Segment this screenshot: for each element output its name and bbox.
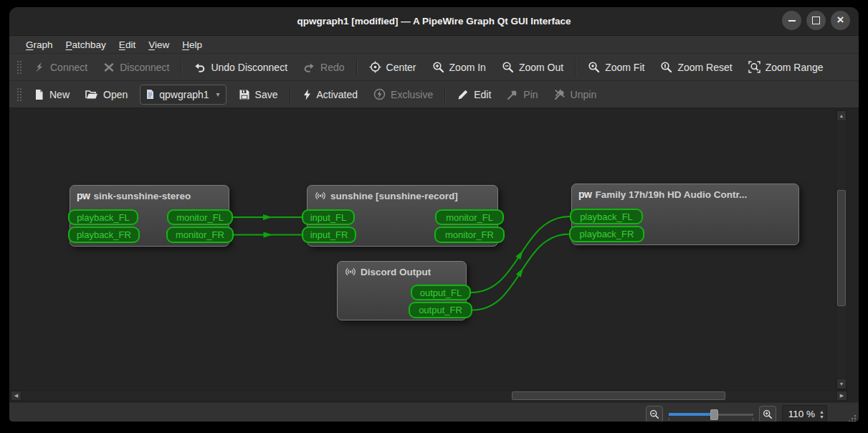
toolbar-grip[interactable] [16,60,22,75]
broadcast-icon [344,266,357,277]
menu-edit[interactable]: Edit [113,38,142,52]
port-sunshine-monitor_FR[interactable]: monitor_FR [434,227,505,243]
menu-help[interactable]: Help [176,38,209,52]
zoom-value: 110 % [788,409,815,419]
statusbar-zoom-in-button[interactable] [759,406,776,422]
edit-button[interactable]: Edit [449,85,499,105]
connection-arrow-icon [516,266,526,277]
open-button[interactable]: Open [77,85,135,105]
port-sink-playback_FR[interactable]: playback_FR [68,227,140,243]
scroll-left-button[interactable]: ◀ [11,391,22,401]
scroll-down-button[interactable]: ▼ [836,379,846,389]
new-file-icon [34,89,44,100]
patchbay-combobox[interactable]: qpwgraph1 ▾ [140,85,226,105]
new-button[interactable]: New [26,85,77,105]
port-family-playback_FL[interactable]: playback_FL [570,209,643,224]
center-button[interactable]: Center [361,57,424,77]
connect-icon [34,62,45,73]
zoom-slider[interactable] [669,408,753,421]
connection-arrow-icon [515,249,525,260]
port-sunshine-input_FR[interactable]: input_FR [302,227,356,243]
port-sunshine-monitor_FL[interactable]: monitor_FL [435,209,504,225]
combobox-value: qpwgraph1 [159,89,209,100]
graph-canvas[interactable]: ▲ ▼ ◀ ▶ pwsink-sunshine-stereoplayback_F… [9,108,859,402]
save-button[interactable]: Save [231,85,286,105]
resize-grip-icon[interactable] [846,413,857,422]
zoom-range-button[interactable]: Zoom Range [740,57,831,77]
zoom-spinbox[interactable]: 110 % ▲▼ [782,405,827,422]
close-button[interactable]: × [831,11,850,30]
unpin-button[interactable]: Unpin [546,85,605,105]
zoom-out-icon [502,61,514,73]
window-title: qpwgraph1 [modified] — A PipeWire Graph … [297,16,571,27]
patchbay-file-icon [146,89,155,100]
toolbar-file: New Open qpwgraph1 ▾ Save Activated Excl… [9,80,859,108]
toolbar-separator [444,86,446,103]
menubar: Graph Patchbay Edit View Help [9,36,859,53]
zoom-out-button[interactable]: Zoom Out [494,57,571,77]
zoom-out-icon [649,409,659,419]
slider-tick [753,418,753,421]
menu-view[interactable]: View [142,38,176,52]
title-bar: qpwgraph1 [modified] — A PipeWire Graph … [9,7,859,36]
minimize-button[interactable] [782,11,801,30]
app-window: qpwgraph1 [modified] — A PipeWire Graph … [9,7,859,422]
vertical-scrollbar[interactable]: ▲ ▼ [836,110,847,390]
port-sink-playback_FL[interactable]: playback_FL [68,209,138,225]
zoom-reset-icon [660,61,672,73]
maximize-button[interactable] [806,11,826,30]
pipewire-icon: pw [578,189,591,200]
redo-button[interactable]: Redo [295,57,352,77]
pin-icon [507,89,518,100]
zoom-reset-button[interactable]: Zoom Reset [652,57,740,77]
toolbar-main: Connect Disconnect Undo Disconnect Redo … [9,53,859,80]
scroll-up-button[interactable]: ▲ [836,110,846,121]
status-bar: 110 % ▲▼ [9,402,859,422]
port-sink-monitor_FR[interactable]: monitor_FR [166,227,234,243]
spin-up-icon[interactable]: ▲ [819,409,824,414]
node-title: sunshine [sunshine-record] [330,191,458,201]
port-sink-monitor_FL[interactable]: monitor_FL [167,209,233,225]
unpin-icon [554,89,566,100]
zoom-in-icon [763,409,773,419]
node-title: Discord Output [361,267,431,277]
open-folder-icon [85,89,98,100]
spinbox-arrows[interactable]: ▲▼ [819,409,824,419]
statusbar-zoom-out-button[interactable] [646,406,663,422]
disconnect-icon [103,62,115,73]
horizontal-scroll-thumb[interactable] [512,391,725,400]
zoom-fit-button[interactable]: Zoom Fit [580,57,652,77]
exclusive-bolt-icon [373,88,386,100]
undo-disconnect-button[interactable]: Undo Disconnect [186,57,295,77]
port-discord-output_FR[interactable]: output_FR [409,302,472,318]
horizontal-scrollbar[interactable]: ◀ ▶ [10,390,848,401]
minimize-icon [788,20,796,22]
toolbar-separator [290,86,291,103]
zoom-slider-handle[interactable] [710,409,718,420]
toolbar-grip[interactable] [16,87,22,103]
exclusive-button[interactable]: Exclusive [366,85,441,105]
toolbar-separator [575,59,576,76]
port-discord-output_FL[interactable]: output_FL [411,285,471,300]
close-icon: × [837,14,844,26]
port-family-playback_FR[interactable]: playback_FR [569,226,644,242]
disconnect-button[interactable]: Disconnect [95,57,177,77]
broadcast-icon [314,190,327,201]
scroll-right-button[interactable]: ▶ [836,391,847,401]
activated-button[interactable]: Activated [295,85,366,105]
port-sunshine-input_FL[interactable]: input_FL [302,209,355,225]
connections-layer [9,108,859,402]
toolbar-separator [356,59,358,76]
vertical-scroll-thumb[interactable] [837,190,846,306]
connection-arrow-icon [264,232,273,238]
spin-down-icon[interactable]: ▼ [819,414,824,419]
chevron-down-icon: ▾ [216,90,220,98]
slider-tick [669,418,669,421]
menu-graph[interactable]: Graph [19,38,59,52]
menu-patchbay[interactable]: Patchbay [59,38,113,52]
zoom-in-icon [432,61,444,73]
pin-button[interactable]: Pin [499,85,545,105]
connect-button[interactable]: Connect [26,57,95,77]
zoom-in-button[interactable]: Zoom In [424,57,494,77]
maximize-icon [812,16,820,24]
